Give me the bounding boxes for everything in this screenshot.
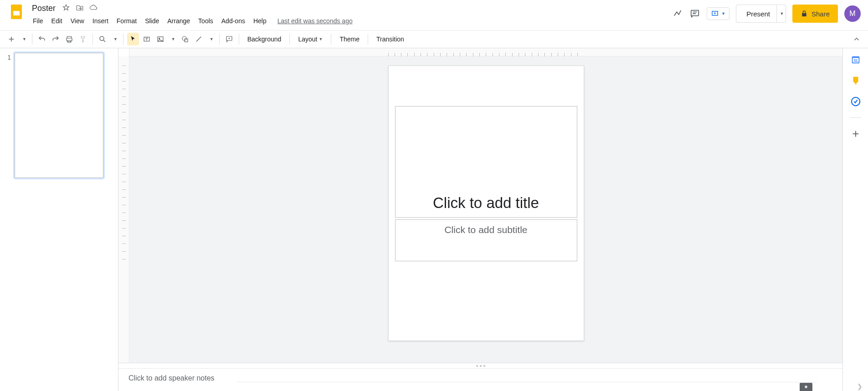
slide-canvas[interactable]: Click to add title Click to add subtitle: [129, 56, 842, 363]
separator: [92, 34, 93, 45]
hide-menus-button[interactable]: [851, 33, 863, 46]
menu-edit[interactable]: Edit: [48, 15, 66, 26]
background-button[interactable]: Background: [243, 33, 286, 46]
menu-slide[interactable]: Slide: [141, 15, 163, 26]
main-workspace: 1 Click to add title Click to add subtit…: [0, 48, 868, 391]
document-title-input[interactable]: Poster: [29, 3, 58, 14]
last-edit-link[interactable]: Last edit was seconds ago: [277, 17, 353, 25]
subtitle-placeholder[interactable]: Click to add subtitle: [395, 219, 577, 261]
line-tool[interactable]: [193, 33, 205, 46]
comments-icon[interactable]: [689, 8, 700, 19]
chevron-down-icon: ▼: [721, 11, 725, 16]
separator: [331, 34, 331, 45]
chevron-down-icon: ▼: [22, 37, 26, 41]
zoom-dropdown[interactable]: ▼: [110, 33, 119, 46]
subtitle-placeholder-text: Click to add subtitle: [444, 224, 527, 235]
menu-view[interactable]: View: [67, 15, 88, 26]
select-tool[interactable]: [127, 33, 139, 46]
print-button[interactable]: [63, 33, 75, 46]
tasks-icon[interactable]: [851, 96, 861, 107]
calendar-icon[interactable]: 31: [851, 55, 861, 65]
comment-button[interactable]: [223, 33, 235, 46]
ruler-corner: [118, 48, 129, 56]
side-panel: 31: [842, 48, 868, 391]
menu-format[interactable]: Format: [113, 15, 140, 26]
present-label: Present: [746, 10, 770, 18]
vertical-ruler[interactable]: [118, 56, 129, 363]
separator: [123, 34, 123, 45]
chevron-down-icon: ▼: [171, 37, 175, 41]
account-avatar[interactable]: M: [844, 5, 861, 22]
redo-button[interactable]: [50, 33, 62, 46]
horizontal-ruler[interactable]: [129, 48, 842, 56]
chevron-down-icon: ▼: [113, 37, 118, 41]
notes-drag-handle[interactable]: [118, 363, 842, 368]
title-placeholder[interactable]: Click to add title: [395, 106, 577, 218]
theme-button[interactable]: Theme: [335, 33, 364, 46]
paint-format-button[interactable]: [77, 33, 89, 46]
svg-point-9: [182, 36, 186, 41]
svg-rect-15: [855, 83, 857, 84]
present-button[interactable]: Present: [736, 5, 776, 22]
zoom-button[interactable]: [97, 33, 108, 46]
separator: [289, 34, 290, 45]
line-dropdown[interactable]: ▼: [206, 33, 216, 46]
chevron-down-icon: ▼: [210, 37, 214, 41]
app-header: Poster File Edit View Insert Format Slid…: [0, 0, 868, 30]
present-to-meeting-button[interactable]: ▼: [707, 7, 729, 20]
move-icon[interactable]: [76, 4, 84, 13]
slide-number: 1: [5, 53, 11, 386]
separator: [32, 34, 32, 45]
new-slide-dropdown[interactable]: ▼: [19, 33, 28, 46]
present-dropdown[interactable]: ▼: [776, 5, 786, 22]
shape-tool[interactable]: [179, 33, 191, 46]
keep-icon[interactable]: [851, 76, 861, 86]
activity-icon[interactable]: [672, 8, 683, 19]
svg-point-5: [100, 36, 104, 41]
svg-rect-1: [13, 11, 20, 15]
canvas-area: Click to add title Click to add subtitle…: [118, 48, 842, 391]
slide[interactable]: Click to add title Click to add subtitle: [388, 66, 584, 341]
bottom-bar: [237, 382, 817, 391]
menu-bar: File Edit View Insert Format Slide Arran…: [29, 15, 672, 27]
layout-label: Layout: [298, 36, 317, 43]
slide-thumbnail-1[interactable]: [15, 53, 103, 178]
new-slide-button[interactable]: [5, 33, 17, 46]
chevron-down-icon: ▼: [780, 11, 784, 16]
svg-text:31: 31: [853, 59, 858, 63]
menu-file[interactable]: File: [29, 15, 47, 26]
transition-button[interactable]: Transition: [372, 33, 409, 46]
separator: [850, 117, 861, 118]
image-tool[interactable]: [154, 33, 166, 46]
share-button[interactable]: Share: [792, 5, 838, 23]
textbox-tool[interactable]: [141, 33, 153, 46]
svg-point-8: [159, 38, 159, 39]
filmstrip-panel[interactable]: 1: [0, 48, 118, 391]
separator: [219, 34, 220, 45]
share-label: Share: [812, 10, 830, 18]
hide-sidepanel-button[interactable]: ❯: [857, 383, 863, 390]
toolbar: ▼ ▼ ▼ ▼ Background Layout▼ Theme Transit…: [0, 30, 868, 48]
star-icon[interactable]: [62, 4, 70, 13]
svg-rect-2: [691, 10, 699, 16]
separator: [368, 34, 368, 45]
layout-button[interactable]: Layout▼: [293, 33, 327, 46]
explore-button[interactable]: [800, 383, 812, 391]
menu-help[interactable]: Help: [250, 15, 270, 26]
menu-arrange[interactable]: Arrange: [164, 15, 194, 26]
chevron-down-icon: ▼: [318, 37, 323, 41]
cloud-status-icon[interactable]: [89, 4, 98, 13]
add-on-plus-icon[interactable]: [851, 129, 861, 139]
slides-logo[interactable]: [7, 3, 26, 21]
image-dropdown[interactable]: ▼: [168, 33, 177, 46]
menu-addons[interactable]: Add-ons: [218, 15, 249, 26]
menu-tools[interactable]: Tools: [195, 15, 217, 26]
separator: [239, 34, 239, 45]
menu-insert[interactable]: Insert: [89, 15, 112, 26]
undo-button[interactable]: [36, 33, 48, 46]
title-placeholder-text: Click to add title: [433, 194, 539, 212]
